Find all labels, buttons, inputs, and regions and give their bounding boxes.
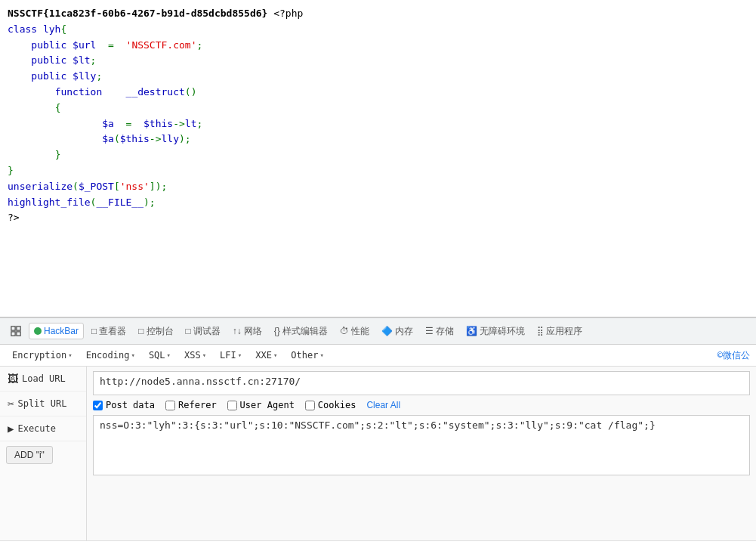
menu-encryption-label: Encryption <box>12 350 66 361</box>
menu-encoding-label: Encoding <box>86 350 130 361</box>
load-url-icon: 🖼 <box>8 373 18 385</box>
execute-label: Execute <box>17 423 56 434</box>
tab-inspector-label: 查看器 <box>99 325 126 338</box>
user-agent-checkbox[interactable] <box>227 401 237 410</box>
menu-lfi-label: LFI <box>220 350 236 361</box>
menu-sql[interactable]: SQL ▾ <box>143 348 177 363</box>
tab-network-label: 网络 <box>244 325 262 338</box>
referer-label: Referer <box>178 400 217 410</box>
referer-checkbox-label[interactable]: Referer <box>165 400 217 410</box>
tab-performance-label: 性能 <box>351 325 369 338</box>
post-data-label: Post data <box>106 400 155 410</box>
php-tag: <?php <box>273 8 303 19</box>
tab-network[interactable]: ↑↓ 网络 <box>228 323 267 340</box>
menu-xss-arrow: ▾ <box>202 351 206 359</box>
menu-encryption[interactable]: Encryption ▾ <box>6 348 79 363</box>
tab-performance[interactable]: ⏱ 性能 <box>335 323 374 340</box>
tab-debugger-label: 调试器 <box>193 325 221 338</box>
user-agent-label: User Agent <box>240 400 295 410</box>
svg-rect-2 <box>11 332 15 336</box>
load-url-label: Load URL <box>22 373 66 384</box>
svg-rect-1 <box>17 327 20 330</box>
menu-xxe-label: XXE <box>255 350 272 361</box>
menu-other-arrow: ▾ <box>319 351 323 359</box>
hackbar-body: 🖼 Load URL ✂ Split URL ▶ Execute ADD "i"… <box>0 367 756 540</box>
cookies-checkbox[interactable] <box>305 401 315 410</box>
options-row: Post data Referer User Agent Cookies Cle… <box>87 395 756 415</box>
split-url-label: Split URL <box>17 398 66 409</box>
url-input[interactable]: http://node5.anna.nssctf.cn:27170/ <box>93 371 750 395</box>
svg-rect-0 <box>11 327 15 330</box>
menu-xss[interactable]: XSS ▾ <box>178 348 212 363</box>
menu-encryption-arrow: ▾ <box>68 351 72 359</box>
tab-storage[interactable]: ☰ 存储 <box>421 323 458 340</box>
execute-icon: ▶ <box>8 423 14 435</box>
cookies-checkbox-label[interactable]: Cookies <box>305 400 356 410</box>
menu-lfi[interactable]: LFI ▾ <box>214 348 248 363</box>
user-agent-checkbox-label[interactable]: User Agent <box>227 400 295 410</box>
hackbar-indicator <box>34 327 42 335</box>
browser-toolbar: HackBar □ 查看器 □ 控制台 □ 调试器 ↑↓ 网络 {} 样式编辑器… <box>0 317 756 345</box>
code-display: NSSCTF{11ca823f-60b6-4267-b91d-d85dcbd85… <box>0 0 756 317</box>
tab-application[interactable]: ⣿ 应用程序 <box>532 323 587 340</box>
tab-style-editor-label: 样式编辑器 <box>282 325 328 338</box>
menu-lfi-arrow: ▾ <box>238 351 242 359</box>
post-data-input[interactable]: nss=O:3:"lyh":3:{s:3:"url";s:10:"NSSCTF.… <box>93 415 750 475</box>
tab-style-editor[interactable]: {} 样式编辑器 <box>270 323 332 340</box>
split-url-icon: ✂ <box>8 398 14 410</box>
menu-xxe-arrow: ▾ <box>273 351 277 359</box>
menu-right-label: ©微信公 <box>717 349 750 362</box>
tab-inspector[interactable]: □ 查看器 <box>87 323 131 340</box>
menu-encoding-arrow: ▾ <box>131 351 134 359</box>
clear-all-button[interactable]: Clear All <box>366 400 400 410</box>
hackbar-panel: Encryption ▾ Encoding ▾ SQL ▾ XSS ▾ LFI … <box>0 345 756 541</box>
cookies-label: Cookies <box>318 400 356 410</box>
menu-xss-label: XSS <box>184 350 201 361</box>
code-title: NSSCTF{11ca823f-60b6-4267-b91d-d85dcbd85… <box>8 8 273 19</box>
tab-hackbar[interactable]: HackBar <box>29 323 84 339</box>
menu-other-label: Other <box>291 350 318 361</box>
tab-application-label: 应用程序 <box>546 325 582 338</box>
hackbar-right-panel: http://node5.anna.nssctf.cn:27170/ Post … <box>87 367 756 540</box>
tab-storage-label: 存储 <box>436 325 454 338</box>
post-data-checkbox[interactable] <box>93 401 103 410</box>
menu-xxe[interactable]: XXE ▾ <box>249 348 283 363</box>
tab-console-label: 控制台 <box>147 325 174 338</box>
menu-sql-label: SQL <box>149 350 165 361</box>
hackbar-menu: Encryption ▾ Encoding ▾ SQL ▾ XSS ▾ LFI … <box>0 345 756 367</box>
split-url-button[interactable]: ✂ Split URL <box>0 392 86 416</box>
menu-encoding[interactable]: Encoding ▾ <box>80 348 141 363</box>
post-data-checkbox-label[interactable]: Post data <box>93 400 155 410</box>
tab-accessibility[interactable]: ♿ 无障碍环境 <box>461 323 529 340</box>
tab-memory-label: 内存 <box>395 325 413 338</box>
execute-button[interactable]: ▶ Execute <box>0 416 86 441</box>
tab-console[interactable]: □ 控制台 <box>134 323 177 340</box>
tab-accessibility-label: 无障碍环境 <box>480 325 525 338</box>
referer-checkbox[interactable] <box>165 401 175 410</box>
menu-sql-arrow: ▾ <box>167 351 171 359</box>
tab-memory[interactable]: 🔷 内存 <box>377 323 418 340</box>
devtools-icon-btn[interactable] <box>6 323 26 339</box>
load-url-button[interactable]: 🖼 Load URL <box>0 367 86 392</box>
tab-debugger[interactable]: □ 调试器 <box>181 323 225 340</box>
hackbar-left-panel: 🖼 Load URL ✂ Split URL ▶ Execute ADD "i" <box>0 367 87 540</box>
add-button[interactable]: ADD "i" <box>6 446 53 464</box>
menu-other[interactable]: Other ▾ <box>285 348 330 363</box>
svg-rect-3 <box>17 332 20 336</box>
tab-hackbar-label: HackBar <box>44 326 79 336</box>
